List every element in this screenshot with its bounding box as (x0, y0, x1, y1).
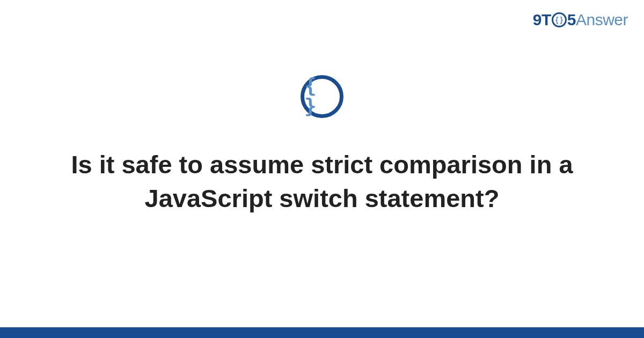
code-braces-icon: { } (304, 75, 340, 116)
brand-text-5: 5 (567, 11, 576, 28)
brand-header: 9T{ }5Answer (533, 11, 628, 29)
topic-category-icon: { } (301, 75, 343, 118)
question-title: Is it safe to assume strict comparison i… (54, 148, 590, 216)
brand-text-9t: 9T (533, 11, 551, 28)
brand-text-answer: Answer (576, 11, 628, 28)
brand-logo: 9T{ }5Answer (533, 11, 628, 29)
footer-accent-bar (0, 327, 644, 338)
brand-circle-icon: { } (552, 12, 567, 27)
main-content: { } Is it safe to assume strict comparis… (0, 75, 644, 216)
